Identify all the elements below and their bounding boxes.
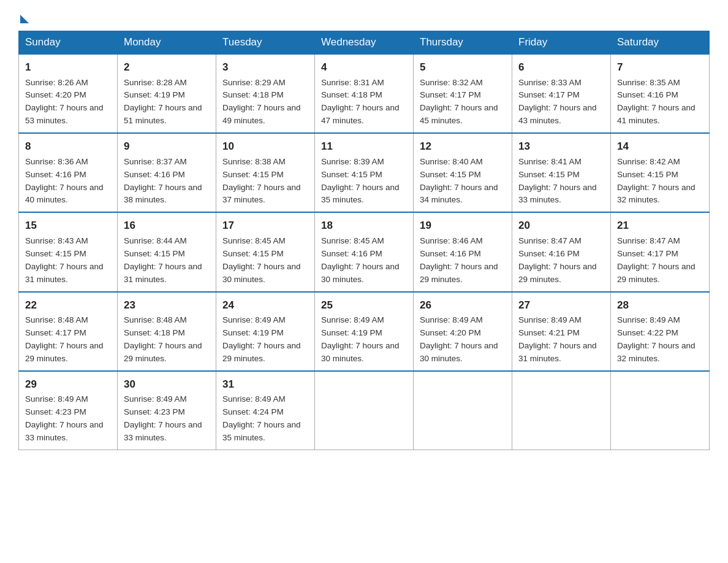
day-info: Sunrise: 8:38 AMSunset: 4:15 PMDaylight:… [222, 156, 308, 207]
day-info: Sunrise: 8:47 AMSunset: 4:17 PMDaylight:… [617, 235, 703, 286]
day-info: Sunrise: 8:33 AMSunset: 4:17 PMDaylight:… [518, 77, 604, 128]
day-info: Sunrise: 8:36 AMSunset: 4:16 PMDaylight:… [25, 156, 111, 207]
calendar-cell: 27 Sunrise: 8:49 AMSunset: 4:21 PMDaylig… [512, 292, 611, 371]
day-number: 20 [518, 218, 604, 234]
day-info: Sunrise: 8:49 AMSunset: 4:23 PMDaylight:… [124, 393, 210, 445]
calendar-cell [512, 371, 611, 450]
calendar-cell: 17 Sunrise: 8:45 AMSunset: 4:15 PMDaylig… [216, 212, 315, 291]
week-row-3: 15 Sunrise: 8:43 AMSunset: 4:15 PMDaylig… [19, 212, 710, 291]
day-number: 19 [420, 218, 506, 234]
day-info: Sunrise: 8:47 AMSunset: 4:16 PMDaylight:… [518, 235, 604, 286]
day-number: 1 [25, 59, 111, 75]
day-number: 6 [518, 59, 604, 75]
day-header-tuesday: Tuesday [216, 31, 315, 55]
calendar-cell [315, 371, 414, 450]
logo [18, 12, 29, 21]
day-info: Sunrise: 8:43 AMSunset: 4:15 PMDaylight:… [25, 235, 111, 286]
day-info: Sunrise: 8:26 AMSunset: 4:20 PMDaylight:… [25, 77, 111, 128]
days-header-row: SundayMondayTuesdayWednesdayThursdayFrid… [19, 31, 710, 55]
day-info: Sunrise: 8:32 AMSunset: 4:17 PMDaylight:… [420, 77, 506, 128]
day-info: Sunrise: 8:42 AMSunset: 4:15 PMDaylight:… [617, 156, 703, 207]
day-number: 13 [518, 139, 604, 155]
calendar-cell: 8 Sunrise: 8:36 AMSunset: 4:16 PMDayligh… [19, 133, 118, 212]
day-info: Sunrise: 8:41 AMSunset: 4:15 PMDaylight:… [518, 156, 604, 207]
day-header-wednesday: Wednesday [315, 31, 414, 55]
calendar-cell: 28 Sunrise: 8:49 AMSunset: 4:22 PMDaylig… [611, 292, 710, 371]
calendar-cell: 20 Sunrise: 8:47 AMSunset: 4:16 PMDaylig… [512, 212, 611, 291]
day-number: 4 [321, 59, 407, 75]
day-number: 17 [222, 218, 308, 234]
calendar-cell: 21 Sunrise: 8:47 AMSunset: 4:17 PMDaylig… [611, 212, 710, 291]
day-number: 18 [321, 218, 407, 234]
day-number: 2 [124, 59, 210, 75]
day-info: Sunrise: 8:45 AMSunset: 4:16 PMDaylight:… [321, 235, 407, 286]
day-info: Sunrise: 8:48 AMSunset: 4:17 PMDaylight:… [25, 314, 111, 366]
day-number: 30 [124, 377, 210, 393]
day-info: Sunrise: 8:40 AMSunset: 4:15 PMDaylight:… [420, 156, 506, 207]
calendar-cell: 13 Sunrise: 8:41 AMSunset: 4:15 PMDaylig… [512, 133, 611, 212]
day-header-friday: Friday [512, 31, 611, 55]
calendar-cell: 9 Sunrise: 8:37 AMSunset: 4:16 PMDayligh… [118, 133, 216, 212]
day-number: 5 [420, 59, 506, 75]
day-number: 25 [321, 297, 407, 313]
day-info: Sunrise: 8:49 AMSunset: 4:19 PMDaylight:… [321, 314, 407, 366]
day-info: Sunrise: 8:45 AMSunset: 4:15 PMDaylight:… [222, 235, 308, 286]
day-info: Sunrise: 8:37 AMSunset: 4:16 PMDaylight:… [124, 156, 210, 207]
calendar-cell: 16 Sunrise: 8:44 AMSunset: 4:15 PMDaylig… [118, 212, 216, 291]
calendar-cell: 6 Sunrise: 8:33 AMSunset: 4:17 PMDayligh… [512, 54, 611, 133]
calendar-cell: 7 Sunrise: 8:35 AMSunset: 4:16 PMDayligh… [611, 54, 710, 133]
day-number: 27 [518, 297, 604, 313]
day-info: Sunrise: 8:49 AMSunset: 4:20 PMDaylight:… [420, 314, 506, 366]
logo-triangle-icon [20, 15, 29, 23]
day-number: 22 [25, 297, 111, 313]
week-row-1: 1 Sunrise: 8:26 AMSunset: 4:20 PMDayligh… [19, 54, 710, 133]
day-number: 24 [222, 297, 308, 313]
calendar-cell [611, 371, 710, 450]
day-number: 26 [420, 297, 506, 313]
calendar-cell: 19 Sunrise: 8:46 AMSunset: 4:16 PMDaylig… [414, 212, 512, 291]
calendar-cell: 22 Sunrise: 8:48 AMSunset: 4:17 PMDaylig… [19, 292, 118, 371]
day-number: 11 [321, 139, 407, 155]
week-row-4: 22 Sunrise: 8:48 AMSunset: 4:17 PMDaylig… [19, 292, 710, 371]
day-info: Sunrise: 8:49 AMSunset: 4:23 PMDaylight:… [25, 393, 111, 445]
calendar-cell: 26 Sunrise: 8:49 AMSunset: 4:20 PMDaylig… [414, 292, 512, 371]
day-number: 29 [25, 377, 111, 393]
day-number: 14 [617, 139, 703, 155]
day-number: 12 [420, 139, 506, 155]
day-number: 15 [25, 218, 111, 234]
day-number: 31 [222, 377, 308, 393]
day-header-monday: Monday [118, 31, 216, 55]
calendar-cell: 18 Sunrise: 8:45 AMSunset: 4:16 PMDaylig… [315, 212, 414, 291]
week-row-5: 29 Sunrise: 8:49 AMSunset: 4:23 PMDaylig… [19, 371, 710, 450]
calendar-cell: 31 Sunrise: 8:49 AMSunset: 4:24 PMDaylig… [216, 371, 315, 450]
day-info: Sunrise: 8:48 AMSunset: 4:18 PMDaylight:… [124, 314, 210, 366]
day-number: 10 [222, 139, 308, 155]
day-number: 23 [124, 297, 210, 313]
calendar-cell: 4 Sunrise: 8:31 AMSunset: 4:18 PMDayligh… [315, 54, 414, 133]
calendar-table: SundayMondayTuesdayWednesdayThursdayFrid… [18, 31, 710, 450]
day-number: 21 [617, 218, 703, 234]
page-header [18, 12, 710, 21]
day-info: Sunrise: 8:31 AMSunset: 4:18 PMDaylight:… [321, 77, 407, 128]
day-header-saturday: Saturday [611, 31, 710, 55]
calendar-cell: 1 Sunrise: 8:26 AMSunset: 4:20 PMDayligh… [19, 54, 118, 133]
day-number: 8 [25, 139, 111, 155]
day-number: 3 [222, 59, 308, 75]
day-header-sunday: Sunday [19, 31, 118, 55]
day-info: Sunrise: 8:46 AMSunset: 4:16 PMDaylight:… [420, 235, 506, 286]
calendar-cell: 25 Sunrise: 8:49 AMSunset: 4:19 PMDaylig… [315, 292, 414, 371]
day-info: Sunrise: 8:49 AMSunset: 4:24 PMDaylight:… [222, 393, 308, 445]
calendar-cell: 3 Sunrise: 8:29 AMSunset: 4:18 PMDayligh… [216, 54, 315, 133]
calendar-cell: 24 Sunrise: 8:49 AMSunset: 4:19 PMDaylig… [216, 292, 315, 371]
week-row-2: 8 Sunrise: 8:36 AMSunset: 4:16 PMDayligh… [19, 133, 710, 212]
calendar-cell: 29 Sunrise: 8:49 AMSunset: 4:23 PMDaylig… [19, 371, 118, 450]
day-info: Sunrise: 8:39 AMSunset: 4:15 PMDaylight:… [321, 156, 407, 207]
calendar-cell: 2 Sunrise: 8:28 AMSunset: 4:19 PMDayligh… [118, 54, 216, 133]
day-number: 7 [617, 59, 703, 75]
calendar-cell [414, 371, 512, 450]
calendar-cell: 30 Sunrise: 8:49 AMSunset: 4:23 PMDaylig… [118, 371, 216, 450]
calendar-cell: 14 Sunrise: 8:42 AMSunset: 4:15 PMDaylig… [611, 133, 710, 212]
day-info: Sunrise: 8:44 AMSunset: 4:15 PMDaylight:… [124, 235, 210, 286]
calendar-cell: 15 Sunrise: 8:43 AMSunset: 4:15 PMDaylig… [19, 212, 118, 291]
day-number: 9 [124, 139, 210, 155]
